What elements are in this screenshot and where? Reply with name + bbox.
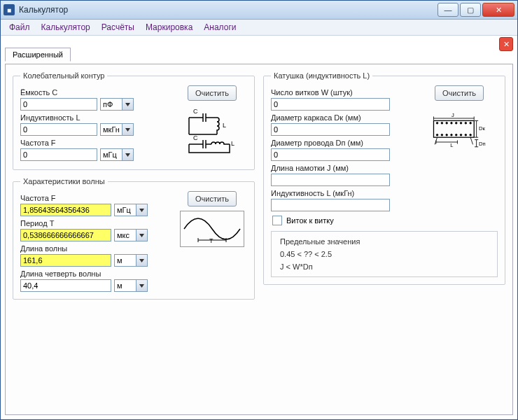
window-title: Калькулятор (19, 5, 438, 15)
svg-point-6 (436, 122, 438, 125)
diameter-core-input[interactable] (271, 123, 390, 136)
chevron-down-icon[interactable] (122, 124, 133, 135)
turn-to-turn-checkbox[interactable]: Виток к витку (272, 216, 498, 225)
coil-group: Катушка (индуктивность L) Число витков W… (263, 71, 505, 285)
wave-length-input[interactable] (20, 254, 111, 267)
winding-length-label: Длина намотки J (мм) (271, 164, 415, 172)
svg-point-16 (446, 134, 448, 136)
wave-period-label: Период T (20, 219, 172, 227)
app-icon: ■ (4, 4, 15, 15)
minimize-button[interactable]: — (438, 3, 458, 17)
menu-calculator[interactable]: Калькулятор (37, 21, 94, 34)
diameter-wire-label: Диаметр провода Dп (мм) (271, 139, 415, 147)
limit-1: 0.45 < ?? < 2.5 (280, 250, 489, 258)
wave-clear-button[interactable]: Очистить (188, 191, 237, 206)
wave-period-input[interactable] (20, 229, 111, 241)
inner-close-button[interactable]: ✕ (499, 37, 513, 51)
svg-text:T: T (209, 237, 214, 244)
capacitance-label: Ёмкость C (20, 88, 172, 97)
turns-input[interactable] (271, 98, 390, 111)
menu-compute[interactable]: Расчёты (97, 21, 139, 34)
turn-to-turn-label: Виток к витку (286, 216, 334, 225)
svg-point-14 (436, 134, 438, 136)
sine-wave-diagram: T (180, 211, 244, 247)
chevron-down-icon[interactable] (136, 255, 147, 266)
oscillator-clear-button[interactable]: Очистить (188, 85, 237, 101)
titlebar: ■ Калькулятор — ▢ ✕ (1, 1, 517, 20)
chevron-down-icon[interactable] (122, 99, 133, 110)
limit-2: J < W*Dп (280, 262, 489, 271)
svg-point-9 (451, 122, 453, 125)
coil-clear-button[interactable]: Очистить (435, 85, 484, 101)
limits-header: Предельные значения (280, 237, 489, 246)
svg-text:C: C (193, 134, 198, 141)
coil-diagram: J Dк L Dп (427, 105, 491, 155)
svg-point-17 (451, 134, 453, 136)
svg-text:L: L (450, 142, 453, 148)
checkbox-box-icon (272, 216, 282, 225)
capacitance-input[interactable] (20, 98, 97, 111)
frequency-input[interactable] (20, 148, 97, 161)
menu-analogs[interactable]: Аналоги (200, 21, 240, 34)
svg-point-19 (460, 134, 462, 136)
svg-rect-5 (433, 120, 474, 137)
svg-text:L: L (231, 140, 234, 147)
svg-point-13 (470, 122, 472, 125)
svg-text:L: L (223, 122, 226, 129)
tab-extended[interactable]: Расширенный (5, 48, 71, 62)
svg-point-7 (441, 122, 443, 125)
maximize-button[interactable]: ▢ (460, 3, 481, 17)
content-panel: Колебательный контур Ёмкость C Индуктивн… (5, 64, 513, 415)
svg-point-15 (441, 134, 443, 136)
oscillator-legend: Колебательный контур (20, 71, 107, 80)
inductance-label: Индуктивность L (20, 113, 172, 122)
coil-legend: Катушка (индуктивность L) (271, 71, 372, 80)
diameter-core-label: Диаметр каркаса Dк (мм) (271, 113, 415, 122)
wave-legend: Характеристики волны (20, 177, 108, 186)
winding-length-input[interactable] (271, 174, 390, 186)
svg-text:Dк: Dк (479, 125, 486, 132)
right-column: Катушка (индуктивность L) Число витков W… (263, 71, 505, 407)
svg-text:C: C (193, 108, 198, 115)
wave-length-label: Длина волны (20, 244, 172, 253)
window-controls: — ▢ ✕ (438, 3, 514, 17)
menu-marking[interactable]: Маркировка (141, 21, 197, 34)
wave-quarter-label: Длина четверть волны (20, 270, 172, 278)
chevron-down-icon[interactable] (122, 149, 133, 160)
chevron-down-icon[interactable] (136, 230, 147, 241)
chevron-down-icon[interactable] (136, 280, 147, 291)
close-button[interactable]: ✕ (482, 3, 514, 17)
wave-group: Характеристики волны Частота F Период T (13, 177, 255, 300)
inductance-input[interactable] (20, 123, 97, 136)
oscillator-group: Колебательный контур Ёмкость C Индуктивн… (13, 71, 255, 170)
coil-inductance-label: Индуктивность L (мкГн) (271, 189, 415, 197)
left-column: Колебательный контур Ёмкость C Индуктивн… (13, 71, 255, 407)
chevron-down-icon[interactable] (136, 204, 147, 216)
svg-point-20 (465, 134, 467, 136)
limits-group: Предельные значения 0.45 < ?? < 2.5 J < … (271, 231, 498, 277)
svg-point-18 (455, 134, 457, 136)
svg-point-10 (455, 122, 457, 125)
turns-label: Число витков W (штук) (271, 88, 415, 97)
wave-freq-label: Частота F (20, 194, 172, 202)
svg-text:J: J (451, 112, 454, 118)
svg-text:Dп: Dп (479, 141, 486, 147)
svg-point-8 (446, 122, 448, 125)
menu-file[interactable]: Файл (5, 21, 34, 34)
svg-point-11 (460, 122, 462, 125)
diameter-wire-input[interactable] (271, 148, 390, 161)
svg-point-12 (465, 122, 467, 125)
wave-quarter-input[interactable] (20, 279, 111, 292)
frequency-label: Частота F (20, 139, 172, 147)
menubar: Файл Калькулятор Расчёты Маркировка Анал… (1, 20, 517, 36)
svg-point-21 (470, 134, 472, 136)
coil-inductance-input[interactable] (271, 199, 390, 211)
tab-strip: Расширенный (5, 50, 71, 58)
lc-circuit-diagram: C L C L (180, 105, 244, 162)
wave-freq-input[interactable] (20, 204, 111, 216)
app-window: ■ Калькулятор — ▢ ✕ Файл Калькулятор Рас… (0, 0, 518, 420)
